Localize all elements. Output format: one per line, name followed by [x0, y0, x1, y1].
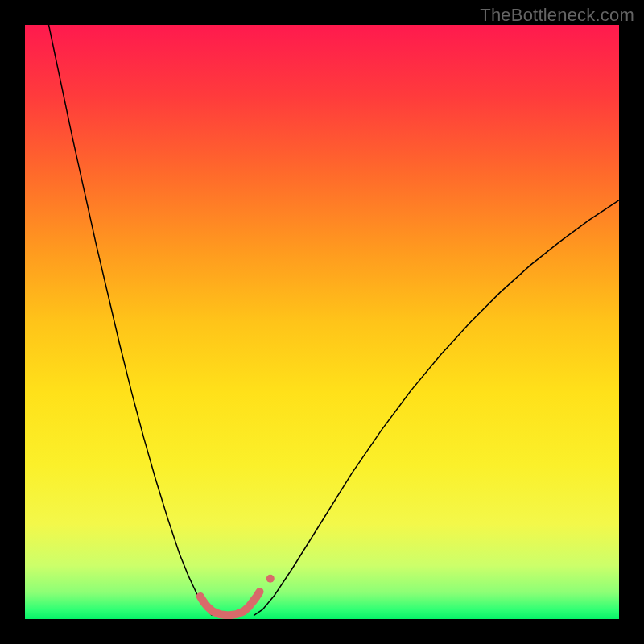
marker-dot-right [266, 575, 275, 583]
watermark-text: TheBottleneck.com [480, 5, 634, 26]
chart-frame: TheBottleneck.com [0, 0, 644, 644]
bottleneck-chart [25, 25, 619, 619]
